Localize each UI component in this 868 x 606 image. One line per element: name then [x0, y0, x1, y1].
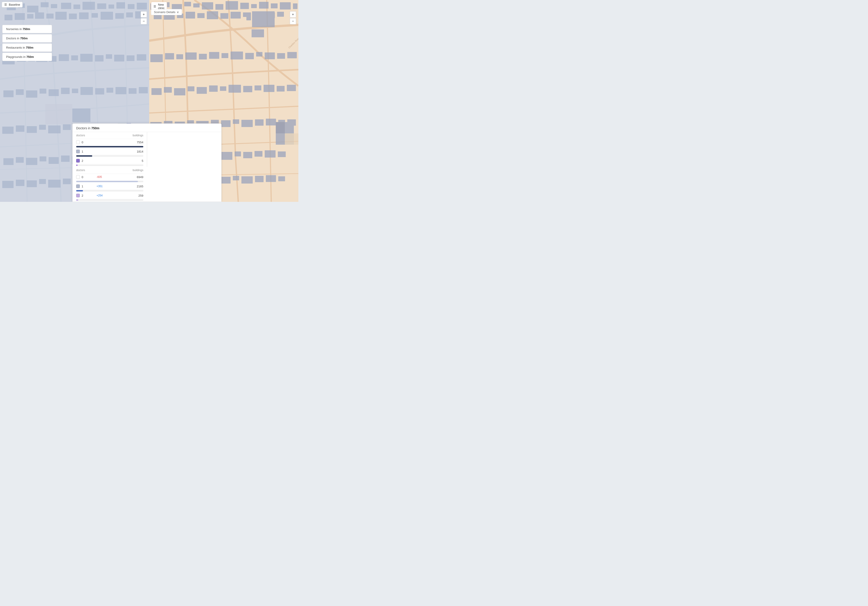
- svg-rect-147: [287, 85, 296, 91]
- svg-rect-33: [80, 54, 93, 62]
- svg-rect-184: [278, 176, 285, 181]
- svg-rect-32: [71, 55, 78, 60]
- scenario-details-bar[interactable]: Scenario Details ∨: [151, 9, 182, 15]
- svg-rect-138: [188, 86, 194, 91]
- svg-rect-99: [202, 2, 213, 9]
- svg-rect-132: [265, 53, 275, 59]
- svg-rect-10: [116, 2, 125, 9]
- baseline-row-2-bar-track: [76, 164, 143, 166]
- new-clinic-row-2-value: 2: [82, 194, 83, 197]
- svg-rect-144: [254, 85, 261, 90]
- svg-rect-143: [243, 86, 252, 92]
- svg-rect-125: [185, 53, 197, 60]
- svg-rect-69: [49, 157, 59, 164]
- svg-rect-180: [233, 176, 239, 180]
- svg-rect-97: [184, 2, 191, 6]
- svg-rect-168: [235, 152, 241, 157]
- svg-rect-22: [101, 12, 113, 20]
- svg-rect-70: [61, 155, 70, 162]
- svg-rect-135: [152, 88, 162, 95]
- new-clinic-row-1-change: +351: [96, 184, 102, 188]
- new-clinic-row-1-bar-container: [76, 190, 143, 191]
- svg-rect-139: [197, 87, 207, 94]
- svg-rect-119: [251, 29, 264, 37]
- svg-rect-13: [5, 15, 12, 20]
- restaurants-info-box: Restaurants in 750m: [2, 43, 52, 52]
- baseline-buildings-header: buildings: [133, 134, 143, 137]
- restaurants-prefix: Restaurants in: [6, 46, 26, 49]
- svg-rect-98: [193, 3, 200, 8]
- svg-rect-185: [276, 122, 294, 145]
- new-clinic-row-1-data: 1 +351 2165: [76, 183, 143, 190]
- right-zoom-out-button[interactable]: −: [290, 18, 296, 25]
- new-clinic-row-0-change: -605: [96, 175, 102, 178]
- svg-rect-54: [27, 126, 37, 133]
- new-clinic-row-2-data: 2 +254 259: [76, 192, 143, 199]
- left-panel-header[interactable]: ☰ Baseline: [2, 2, 23, 8]
- svg-rect-83: [63, 178, 71, 184]
- new-clinic-row-0-label: 0: [76, 175, 94, 179]
- left-zoom-in-button[interactable]: +: [141, 11, 147, 18]
- svg-rect-8: [97, 3, 106, 9]
- svg-rect-39: [3, 90, 14, 97]
- svg-rect-181: [242, 176, 253, 184]
- new-clinic-row-1-bar-track: [76, 190, 143, 191]
- svg-rect-40: [16, 89, 24, 95]
- baseline-row-1-bar-track: [76, 155, 143, 157]
- data-table-overlay: Doctors in 750m doctors buildings 0 7554: [72, 123, 222, 202]
- svg-rect-117: [231, 12, 241, 19]
- svg-rect-44: [61, 88, 70, 94]
- svg-rect-155: [233, 119, 239, 124]
- data-table-header: Doctors in 750m: [73, 124, 221, 132]
- svg-rect-51: [139, 87, 148, 93]
- doctors-distance: 750m: [20, 37, 28, 40]
- svg-rect-154: [221, 120, 231, 127]
- svg-rect-116: [220, 13, 228, 19]
- baseline-row-1-data: 1 1814: [76, 148, 143, 155]
- svg-rect-133: [277, 53, 285, 59]
- svg-rect-183: [266, 175, 276, 182]
- new-clinic-data-column: doctors buildings 0 -605 6949: [73, 167, 147, 201]
- svg-rect-122: [150, 54, 163, 62]
- baseline-doctors-header: doctors: [76, 134, 85, 137]
- svg-rect-80: [27, 180, 37, 187]
- svg-rect-3: [41, 2, 49, 7]
- svg-rect-121: [277, 12, 284, 17]
- svg-rect-107: [293, 3, 298, 9]
- svg-rect-47: [95, 88, 104, 95]
- svg-rect-16: [35, 12, 44, 19]
- svg-rect-159: [278, 120, 285, 125]
- restaurants-distance: 750m: [26, 46, 33, 49]
- baseline-row-0-bar-track: [76, 146, 143, 147]
- data-table-title-bold: 750m: [91, 126, 99, 130]
- svg-rect-182: [255, 176, 264, 182]
- baseline-row-0-data: 0 7554: [76, 139, 143, 146]
- svg-rect-160: [287, 119, 296, 126]
- svg-rect-20: [79, 12, 88, 19]
- svg-rect-12: [137, 3, 147, 9]
- svg-rect-23: [115, 13, 124, 19]
- new-clinic-buildings-header: buildings: [133, 169, 143, 172]
- svg-rect-158: [266, 119, 276, 126]
- right-zoom-in-button[interactable]: +: [290, 11, 296, 18]
- svg-rect-170: [254, 151, 262, 157]
- svg-rect-35: [106, 54, 112, 59]
- baseline-row-2: 2 5: [76, 158, 143, 166]
- scenario-chevron-icon: ∨: [177, 11, 179, 14]
- svg-rect-142: [228, 85, 241, 93]
- left-zoom-out-button[interactable]: −: [141, 18, 147, 25]
- svg-rect-78: [2, 181, 14, 188]
- svg-rect-106: [280, 2, 291, 9]
- baseline-row-1-value: 1: [82, 150, 83, 153]
- right-panel-header-container: ☰ New clinic +: [151, 2, 158, 8]
- baseline-row-2-data: 2 5: [76, 158, 143, 164]
- data-table-columns: doctors buildings 0 7554: [73, 132, 221, 201]
- svg-rect-103: [251, 4, 257, 8]
- svg-rect-115: [207, 11, 218, 19]
- svg-rect-105: [271, 3, 277, 8]
- new-clinic-row-2-swatch: [76, 194, 80, 197]
- left-info-boxes: Nurseries in 750m Doctors in 750m Restau…: [2, 25, 52, 61]
- svg-rect-130: [245, 53, 254, 59]
- new-clinic-row-1-label: 1: [76, 184, 94, 188]
- svg-rect-36: [114, 55, 124, 62]
